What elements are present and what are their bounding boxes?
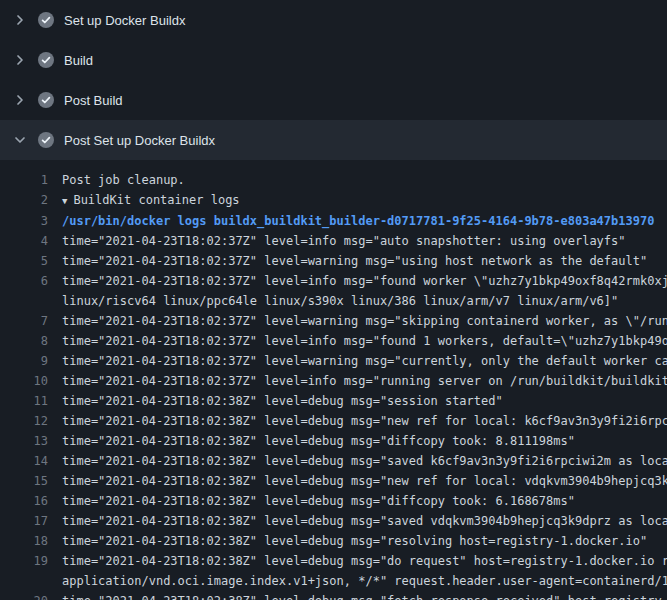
log-row: 10time="2021-04-23T18:02:37Z" level=info… [0, 371, 667, 391]
log-row: 12time="2021-04-23T18:02:38Z" level=debu… [0, 411, 667, 431]
line-number[interactable]: 19 [0, 551, 48, 571]
log-row: application/vnd.oci.image.index.v1+json,… [0, 571, 667, 591]
line-number[interactable]: 9 [0, 351, 48, 371]
chevron-right-icon [12, 92, 28, 108]
log-line-text: time="2021-04-23T18:02:38Z" level=debug … [62, 531, 647, 551]
log-line-text: time="2021-04-23T18:02:38Z" level=debug … [62, 391, 503, 411]
log-line-text: time="2021-04-23T18:02:37Z" level=info m… [62, 271, 667, 291]
log-line-text: time="2021-04-23T18:02:37Z" level=info m… [62, 331, 667, 351]
line-number[interactable]: 15 [0, 471, 48, 491]
step-label: Set up Docker Buildx [64, 13, 185, 28]
line-number[interactable]: 18 [0, 531, 48, 551]
line-number[interactable]: 10 [0, 371, 48, 391]
line-number[interactable]: 14 [0, 451, 48, 471]
log-row: 20time="2021-04-23T18:02:38Z" level=debu… [0, 591, 667, 600]
log-line-text: time="2021-04-23T18:02:38Z" level=debug … [62, 591, 662, 600]
log-row: 7time="2021-04-23T18:02:37Z" level=warni… [0, 311, 667, 331]
step-header[interactable]: Post Set up Docker Buildx [0, 120, 667, 160]
log-line-text: time="2021-04-23T18:02:38Z" level=debug … [62, 411, 667, 431]
line-number[interactable]: 7 [0, 311, 48, 331]
job-steps-list: Set up Docker BuildxBuildPost BuildPost … [0, 0, 667, 160]
log-row: 3/usr/bin/docker logs buildx_buildkit_bu… [0, 211, 667, 231]
log-row: 4time="2021-04-23T18:02:37Z" level=info … [0, 231, 667, 251]
line-number[interactable]: 2 [0, 190, 48, 210]
line-number[interactable]: 4 [0, 231, 48, 251]
line-number[interactable]: 8 [0, 331, 48, 351]
log-line-text: time="2021-04-23T18:02:38Z" level=debug … [62, 491, 575, 511]
log-row: 9time="2021-04-23T18:02:37Z" level=warni… [0, 351, 667, 371]
log-line-text: time="2021-04-23T18:02:37Z" level=warnin… [62, 311, 667, 331]
log-line-text: time="2021-04-23T18:02:37Z" level=info m… [62, 231, 626, 251]
log-line-text: Post job cleanup. [62, 170, 185, 190]
line-number[interactable]: 5 [0, 251, 48, 271]
log-row: 6time="2021-04-23T18:02:37Z" level=info … [0, 271, 667, 291]
log-line-text: time="2021-04-23T18:02:38Z" level=debug … [62, 551, 667, 571]
line-number[interactable]: 6 [0, 271, 48, 291]
log-row: 19time="2021-04-23T18:02:38Z" level=debu… [0, 551, 667, 571]
step-label: Post Build [64, 93, 123, 108]
check-circle-icon [38, 132, 54, 148]
log-line-text: time="2021-04-23T18:02:37Z" level=warnin… [62, 351, 667, 371]
log-row: 1Post job cleanup. [0, 170, 667, 190]
line-number[interactable]: 3 [0, 211, 48, 231]
chevron-down-icon [12, 132, 28, 148]
check-circle-icon [38, 12, 54, 28]
chevron-right-icon [12, 12, 28, 28]
log-line-text: time="2021-04-23T18:02:38Z" level=debug … [62, 511, 667, 531]
log-row: 16time="2021-04-23T18:02:38Z" level=debu… [0, 491, 667, 511]
log-command-text: /usr/bin/docker logs buildx_buildkit_bui… [62, 211, 654, 231]
line-number[interactable]: 11 [0, 391, 48, 411]
log-line-text: BuildKit container logs [73, 190, 239, 210]
log-line-text: time="2021-04-23T18:02:38Z" level=debug … [62, 471, 667, 491]
step-label: Build [64, 53, 93, 68]
log-line-text: time="2021-04-23T18:02:38Z" level=debug … [62, 451, 667, 471]
step-label: Post Set up Docker Buildx [64, 133, 215, 148]
line-number[interactable]: 17 [0, 511, 48, 531]
log-line-text: time="2021-04-23T18:02:37Z" level=info m… [62, 371, 667, 391]
log-line-text: application/vnd.oci.image.index.v1+json,… [62, 571, 667, 591]
log-row: 18time="2021-04-23T18:02:38Z" level=debu… [0, 531, 667, 551]
step-header[interactable]: Set up Docker Buildx [0, 0, 667, 40]
group-toggle-icon[interactable]: ▼ [62, 191, 67, 211]
line-number[interactable]: 12 [0, 411, 48, 431]
line-number[interactable]: 16 [0, 491, 48, 511]
log-line-text: time="2021-04-23T18:02:38Z" level=debug … [62, 431, 575, 451]
line-number[interactable]: 20 [0, 591, 48, 600]
line-number[interactable]: 13 [0, 431, 48, 451]
check-circle-icon [38, 92, 54, 108]
log-row: linux/riscv64 linux/ppc64le linux/s390x … [0, 291, 667, 311]
log-row: 11time="2021-04-23T18:02:38Z" level=debu… [0, 391, 667, 411]
log-line-text: linux/riscv64 linux/ppc64le linux/s390x … [62, 291, 618, 311]
step-header[interactable]: Post Build [0, 80, 667, 120]
step-header[interactable]: Build [0, 40, 667, 80]
log-viewer: 1Post job cleanup.2▼BuildKit container l… [0, 160, 667, 600]
log-row: 2▼BuildKit container logs [0, 190, 667, 211]
chevron-right-icon [12, 52, 28, 68]
log-row: 13time="2021-04-23T18:02:38Z" level=debu… [0, 431, 667, 451]
log-row: 14time="2021-04-23T18:02:38Z" level=debu… [0, 451, 667, 471]
line-number[interactable]: 1 [0, 170, 48, 190]
log-line-text: time="2021-04-23T18:02:37Z" level=warnin… [62, 251, 647, 271]
log-row: 5time="2021-04-23T18:02:37Z" level=warni… [0, 251, 667, 271]
log-row: 15time="2021-04-23T18:02:38Z" level=debu… [0, 471, 667, 491]
check-circle-icon [38, 52, 54, 68]
log-row: 17time="2021-04-23T18:02:38Z" level=debu… [0, 511, 667, 531]
log-row: 8time="2021-04-23T18:02:37Z" level=info … [0, 331, 667, 351]
